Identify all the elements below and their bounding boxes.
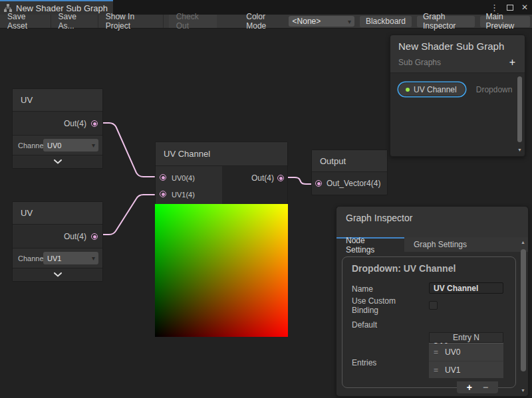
edge-out <box>284 177 314 184</box>
channel-select[interactable]: UV0 ▾ <box>43 139 98 151</box>
save-as-button[interactable]: Save As... <box>51 15 98 28</box>
property-pill-uv-channel[interactable]: UV Channel <box>398 82 466 96</box>
section-title: Dropdown: UV Channel <box>342 257 515 274</box>
collapse-button[interactable] <box>13 268 102 281</box>
drag-handle-icon[interactable]: = <box>434 365 438 375</box>
color-mode-label: Color Mode <box>241 12 288 31</box>
channel-select[interactable]: UV1 ▾ <box>43 252 98 264</box>
node-uv-top[interactable]: UV Out(4) Channe UV0 ▾ <box>12 88 103 169</box>
output-port[interactable] <box>277 175 284 181</box>
graph-inspector-panel: Graph Inspector Node Settings Graph Sett… <box>336 206 529 397</box>
port-label-uv1: UV1(4) <box>172 191 195 199</box>
channel-value: UV1 <box>47 254 61 262</box>
blackboard-panel: New Shader Sub Graph Sub Graphs + UV Cha… <box>390 35 525 157</box>
graph-inspector-toggle-button[interactable]: Graph Inspector <box>417 16 475 27</box>
chevron-down-icon <box>53 272 63 277</box>
dropdown-settings-box: Dropdown: UV Channel Name UV Channel Use… <box>342 256 516 388</box>
blackboard-scrollbar[interactable]: ▼ <box>517 75 523 153</box>
blackboard-title: New Shader Sub Graph <box>398 41 517 52</box>
scroll-down-icon[interactable]: ▼ <box>519 388 527 393</box>
name-field[interactable]: UV Channel <box>429 282 503 294</box>
output-port[interactable] <box>91 233 98 240</box>
scroll-up-icon[interactable]: ▲ <box>519 240 527 245</box>
toolbar: Save Asset Save As... Show In Project Ch… <box>0 15 532 29</box>
default-label: Default <box>352 320 377 330</box>
input-port[interactable] <box>315 180 322 187</box>
inspector-title: Graph Inspector <box>346 213 528 223</box>
entries-label: Entries <box>352 358 376 367</box>
port-label-out: Out(4) <box>251 173 274 183</box>
drag-handle-icon[interactable]: = <box>434 348 438 357</box>
blackboard-subtitle: Sub Graphs <box>398 58 441 67</box>
use-custom-binding-checkbox[interactable] <box>429 301 438 310</box>
entries-list-header: Entry N <box>429 332 503 343</box>
channel-value: UV0 <box>47 142 61 149</box>
entry-value: UV1 <box>445 365 460 375</box>
chevron-down-icon: ▾ <box>92 254 95 262</box>
collapse-button[interactable] <box>13 155 102 168</box>
input-port-uv0[interactable] <box>160 174 166 181</box>
entry-value: UV0 <box>445 348 460 357</box>
channel-label: Channe <box>18 254 43 262</box>
node-title: UV <box>13 202 102 225</box>
property-type: Dropdown <box>476 85 513 94</box>
chevron-down-icon: ▾ <box>348 18 351 25</box>
input-ports: UV0(4) UV1(4) <box>156 166 222 204</box>
node-title: Output <box>312 150 387 172</box>
color-mode-select[interactable]: <None> ▾ <box>289 16 354 27</box>
remove-entry-button[interactable]: − <box>483 383 488 392</box>
tab-node-settings[interactable]: Node Settings <box>336 237 404 252</box>
channel-label: Channe <box>18 142 43 149</box>
close-icon[interactable]: ✕ <box>521 3 528 11</box>
entry-row-uv1[interactable]: = UV1 <box>429 361 503 378</box>
scrollbar-thumb[interactable] <box>521 249 526 371</box>
port-label-uv0: UV0(4) <box>172 174 195 182</box>
port-label-out: Out(4) <box>64 119 86 128</box>
name-label: Name <box>352 284 373 294</box>
output-port[interactable] <box>91 120 98 127</box>
entry-row-uv0[interactable]: = UV0 <box>429 344 503 361</box>
color-mode-value: <None> <box>293 17 321 26</box>
tab-graph-settings[interactable]: Graph Settings <box>404 237 476 252</box>
menu-icon[interactable]: ⋮ <box>490 3 499 12</box>
chevron-down-icon <box>53 159 63 164</box>
edge-uv1 <box>98 195 154 235</box>
chevron-down-icon: ▾ <box>92 142 95 149</box>
use-custom-binding-label: Use Custom Binding <box>352 296 418 315</box>
node-uv-channel[interactable]: UV Channel UV0(4) UV1(4) Out(4) <box>155 142 288 337</box>
node-uv-bottom[interactable]: UV Out(4) Channe UV1 ▾ <box>12 201 103 282</box>
node-title: UV Channel <box>156 142 287 166</box>
blackboard-toggle-button[interactable]: Blackboard <box>360 16 412 27</box>
main-preview-toggle-button[interactable]: Main Preview <box>480 16 530 27</box>
maximize-icon[interactable] <box>507 5 513 11</box>
node-output[interactable]: Output Out_Vector4(4) <box>311 149 388 195</box>
check-out-button: Check Out <box>169 15 217 28</box>
port-label-out: Out(4) <box>64 232 86 241</box>
blackboard-item-row: UV Channel Dropdown <box>398 82 525 96</box>
toolbar-right: Blackboard Graph Inspector Main Preview <box>354 16 532 27</box>
entries-list-footer: + − <box>457 381 498 393</box>
input-port-uv1[interactable] <box>160 191 166 197</box>
add-property-button[interactable]: + <box>509 56 517 68</box>
inspector-tabs: Node Settings Graph Settings <box>336 237 528 252</box>
scroll-down-icon[interactable]: ▼ <box>517 148 523 152</box>
subgraph-icon <box>4 4 12 12</box>
show-in-project-button[interactable]: Show In Project <box>98 15 164 28</box>
uv-preview-gradient <box>155 204 288 337</box>
entries-list: = UV0 = UV1 <box>429 344 503 378</box>
port-label-out-vector4: Out_Vector4(4) <box>327 179 380 188</box>
save-asset-button[interactable]: Save Asset <box>0 15 51 28</box>
node-title: UV <box>13 89 102 112</box>
scrollbar-thumb[interactable] <box>517 76 522 142</box>
add-entry-button[interactable]: + <box>467 383 472 392</box>
exposed-dot-icon <box>406 88 410 92</box>
edge-uv0 <box>98 123 154 177</box>
inspector-scrollbar[interactable]: ▲ ▼ <box>519 239 527 394</box>
property-name: UV Channel <box>414 85 457 94</box>
